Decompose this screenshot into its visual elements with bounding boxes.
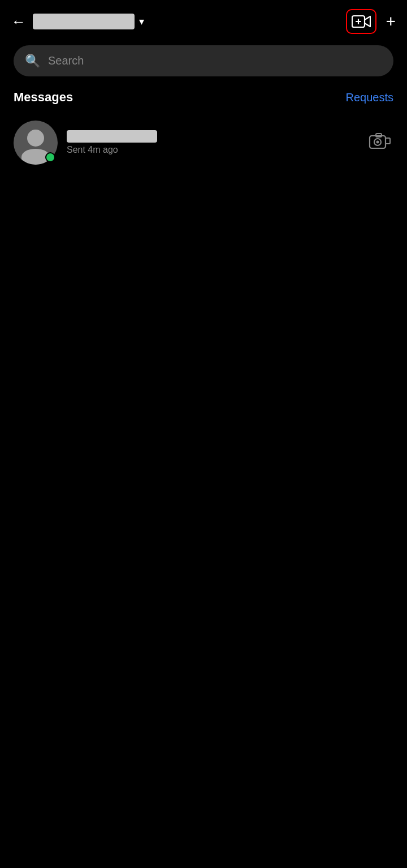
messages-title: Messages <box>14 90 73 105</box>
new-message-button[interactable]: + <box>386 13 396 30</box>
message-info: Sent 4m ago <box>67 130 357 155</box>
search-icon: 🔍 <box>25 55 40 67</box>
avatar-head <box>27 130 44 147</box>
account-name-bar <box>33 14 135 29</box>
back-button[interactable]: ← <box>11 14 26 29</box>
messages-section: Messages Requests Sent 4m ago <box>0 85 407 174</box>
avatar-container <box>14 121 58 165</box>
contact-name-redacted <box>67 130 157 143</box>
video-add-icon <box>352 14 371 29</box>
search-container: 🔍 Search <box>0 41 407 85</box>
header-right: + <box>346 9 396 34</box>
chevron-down-icon: ▾ <box>139 15 144 28</box>
list-item[interactable]: Sent 4m ago <box>14 116 393 169</box>
search-bar[interactable]: 🔍 Search <box>14 45 393 76</box>
camera-button[interactable] <box>366 129 393 157</box>
messages-header: Messages Requests <box>14 90 393 105</box>
header-left: ← ▾ <box>11 14 144 29</box>
requests-link[interactable]: Requests <box>346 91 394 104</box>
svg-point-6 <box>376 140 379 143</box>
svg-rect-7 <box>386 138 390 144</box>
message-timestamp: Sent 4m ago <box>67 145 357 155</box>
header: ← ▾ + <box>0 0 407 41</box>
online-status-dot <box>45 152 55 162</box>
new-video-call-button[interactable] <box>346 9 376 34</box>
account-selector[interactable]: ▾ <box>33 14 144 29</box>
search-input[interactable]: Search <box>48 54 84 67</box>
